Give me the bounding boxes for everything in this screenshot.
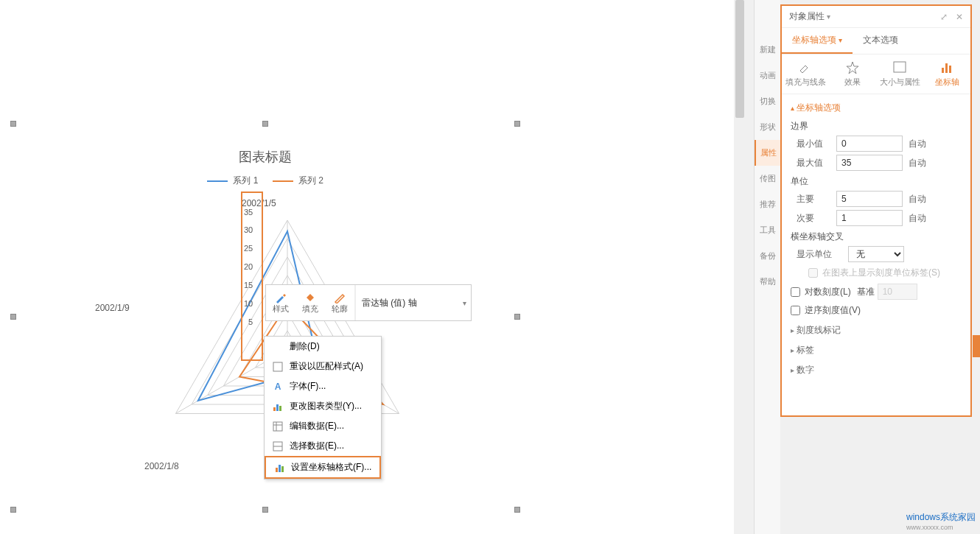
svg-rect-26: [942, 68, 944, 73]
style-button[interactable]: 样式: [266, 285, 295, 320]
bounds-label: 边界: [791, 120, 962, 133]
chart-type-icon: [272, 401, 284, 412]
sidebar-help[interactable]: 帮助: [755, 269, 781, 295]
sidebar-backup[interactable]: 备份: [755, 243, 781, 269]
show-unit-label-text: 在图表上显示刻度单位标签(S): [822, 267, 940, 279]
select-data-icon: [272, 440, 284, 452]
icon-tab-size[interactable]: 大小与属性: [876, 60, 923, 88]
effects-icon: [845, 60, 860, 74]
log-scale-label: 对数刻度(L): [805, 286, 851, 298]
vertical-scrollbar[interactable]: [734, 0, 746, 534]
svg-rect-28: [949, 66, 951, 73]
close-icon[interactable]: ✕: [956, 12, 963, 22]
tab-axis-options[interactable]: 坐标轴选项: [782, 28, 853, 54]
min-value-input[interactable]: [836, 136, 903, 152]
chart-title[interactable]: 图表标题: [15, 126, 515, 166]
section-axis-options[interactable]: 坐标轴选项: [791, 102, 962, 114]
icon-tab-axis[interactable]: 坐标轴: [923, 60, 970, 88]
panel-header: 对象属性 ⤢ ✕: [782, 6, 970, 28]
icon-tab-effects[interactable]: 效果: [829, 60, 876, 88]
legend-marker-2: [273, 180, 293, 182]
axis-icon: [939, 60, 954, 74]
context-menu: 删除(D) 重设以匹配样式(A) A 字体(F)... 更改图表类型(Y)...…: [264, 336, 382, 479]
menu-delete[interactable]: 删除(D): [265, 337, 381, 356]
svg-rect-23: [281, 466, 284, 472]
tab-text-options[interactable]: 文本选项: [853, 28, 909, 54]
pin-icon[interactable]: ⤢: [940, 12, 948, 22]
menu-edit-data[interactable]: 编辑数据(E)...: [265, 416, 381, 436]
axis-tick-25: 25: [244, 244, 253, 253]
max-label: 最大值: [797, 157, 836, 169]
side-toolbar: 新建 动画 切换 形状 属性 传图 推荐 工具 备份 帮助: [754, 0, 780, 534]
sidebar-shape[interactable]: 形状: [755, 114, 781, 140]
brush-icon: [275, 292, 287, 303]
axis-tick-15: 15: [244, 281, 253, 289]
base-value-input: [878, 284, 917, 300]
bucket-icon: [304, 292, 316, 303]
auto-label[interactable]: 自动: [909, 157, 926, 169]
minor-label: 次要: [797, 212, 836, 225]
sidebar-new[interactable]: 新建: [755, 37, 781, 63]
sidebar-animation[interactable]: 动画: [755, 63, 781, 88]
major-unit-input[interactable]: [836, 191, 903, 207]
edit-data-icon: [272, 421, 284, 432]
auto-label[interactable]: 自动: [909, 138, 926, 150]
properties-panel: 对象属性 ⤢ ✕ 坐标轴选项 文本选项 填充与线条 效果 大小与属性 坐标轴 坐…: [780, 4, 972, 417]
blank-icon: [272, 341, 284, 353]
section-tick-marks[interactable]: 刻度线标记: [791, 324, 962, 337]
category-label-3[interactable]: 2002/1/8: [144, 461, 179, 471]
section-labels[interactable]: 标签: [791, 344, 962, 356]
sidebar-gallery[interactable]: 传图: [755, 166, 781, 192]
watermark: windows系统家园 www.xxxxx.com: [906, 511, 976, 531]
side-flag[interactable]: [973, 335, 980, 357]
sidebar-properties[interactable]: 属性: [755, 140, 781, 166]
menu-select-data[interactable]: 选择数据(E)...: [265, 436, 381, 456]
log-scale-checkbox[interactable]: [791, 287, 800, 297]
panel-title[interactable]: 对象属性: [789, 10, 830, 23]
legend-item-1[interactable]: 系列 1: [207, 175, 258, 187]
major-label: 主要: [797, 193, 836, 205]
auto-label[interactable]: 自动: [909, 212, 926, 225]
panel-body: 坐标轴选项 边界 最小值 自动 最大值 自动 单位 主要 自动 次要 自动 横坐…: [782, 94, 970, 384]
minor-unit-input[interactable]: [836, 210, 903, 226]
reverse-order-label: 逆序刻度值(V): [805, 304, 861, 317]
svg-rect-27: [945, 63, 948, 73]
max-value-input[interactable]: [836, 155, 903, 171]
reverse-order-checkbox[interactable]: [791, 306, 800, 315]
scrollbar-thumb[interactable]: [735, 0, 744, 118]
display-unit-label: 显示单位: [797, 248, 848, 261]
base-label: 基准: [857, 286, 875, 298]
format-axis-icon: [273, 462, 285, 474]
canvas-area: 图表标题 系列 1 系列 2: [0, 0, 746, 534]
sidebar-recommend[interactable]: 推荐: [755, 192, 781, 217]
legend-item-2[interactable]: 系列 2: [273, 175, 323, 187]
outline-button[interactable]: 轮廓: [325, 285, 354, 320]
axis-selector-dropdown[interactable]: 雷达轴 (值) 轴: [355, 285, 471, 320]
menu-font[interactable]: A 字体(F)...: [265, 376, 381, 396]
section-number[interactable]: 数字: [791, 364, 962, 376]
svg-rect-22: [279, 465, 281, 472]
axis-tick-35: 35: [244, 208, 253, 217]
menu-reset-style[interactable]: 重设以匹配样式(A): [265, 356, 381, 376]
sidebar-tools[interactable]: 工具: [755, 217, 781, 243]
panel-main-tabs: 坐标轴选项 文本选项: [782, 28, 970, 55]
svg-marker-24: [847, 62, 858, 74]
menu-format-axis[interactable]: 设置坐标轴格式(F)...: [265, 456, 381, 479]
svg-rect-16: [273, 422, 282, 431]
category-label-2[interactable]: 2002/1/9: [95, 303, 130, 313]
sidebar-switch[interactable]: 切换: [755, 88, 781, 114]
pen-icon: [334, 292, 346, 303]
category-label-1[interactable]: 2002/1/5: [242, 198, 276, 208]
auto-label[interactable]: 自动: [909, 193, 926, 205]
show-unit-label-checkbox: [808, 268, 818, 278]
fill-line-icon: [798, 60, 813, 74]
display-unit-select[interactable]: 无: [848, 246, 904, 262]
svg-rect-13: [273, 407, 276, 411]
fill-button[interactable]: 填充: [295, 285, 325, 320]
mini-toolbar: 样式 填充 轮廓 雷达轴 (值) 轴: [265, 284, 472, 321]
menu-change-chart-type[interactable]: 更改图表类型(Y)...: [265, 396, 381, 416]
icon-tab-fill[interactable]: 填充与线条: [782, 60, 829, 88]
reset-icon: [272, 361, 284, 373]
axis-tick-20: 20: [244, 262, 253, 271]
chart-legend[interactable]: 系列 1 系列 2: [15, 166, 515, 187]
